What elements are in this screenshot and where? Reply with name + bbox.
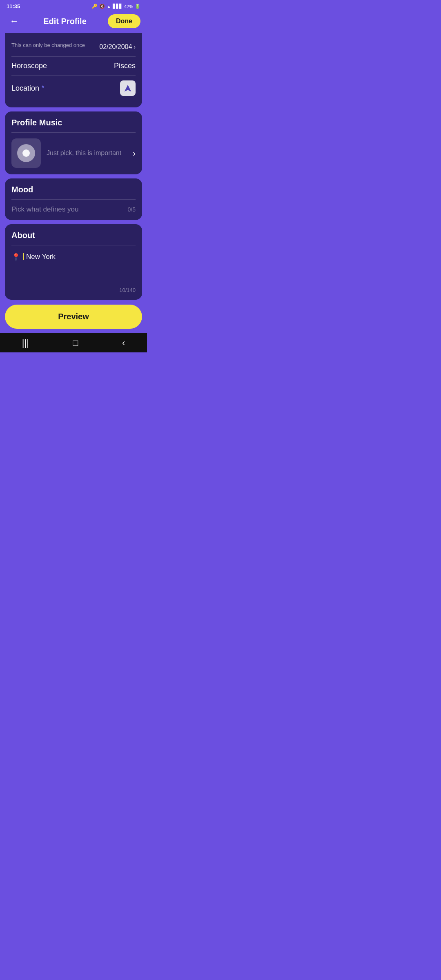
signal-icon: ▋▋▋ xyxy=(113,4,122,9)
music-divider xyxy=(11,132,136,133)
horoscope-label: Horoscope xyxy=(11,62,47,70)
profile-music-card: Profile Music Just pick, this is importa… xyxy=(5,111,142,174)
battery-percent: 42% xyxy=(124,4,133,9)
page-title: Edit Profile xyxy=(43,17,87,26)
nav-recent-apps-icon[interactable]: ||| xyxy=(22,338,29,348)
about-card: About 📍 New York 10/140 xyxy=(5,224,142,300)
mute-icon: 🔇 xyxy=(99,4,105,9)
status-bar: 11:35 🔑 🔇 ▲ ▋▋▋ 42% 🔋 xyxy=(0,0,147,11)
nav-back-icon[interactable]: ‹ xyxy=(122,338,125,348)
location-label: Location * xyxy=(11,84,44,93)
back-button[interactable]: ← xyxy=(7,14,22,28)
mood-content-row[interactable]: Pick what defines you 0/5 xyxy=(11,205,136,214)
music-thumbnail xyxy=(11,138,41,168)
location-asterisk: * xyxy=(42,85,44,92)
horoscope-row: Horoscope Pisces xyxy=(11,57,136,76)
done-button[interactable]: Done xyxy=(108,14,140,28)
birthday-date: 02/20/2004 › xyxy=(99,43,136,51)
birthday-chevron: › xyxy=(134,44,136,50)
about-char-count: 10/140 xyxy=(11,287,136,293)
key-icon: 🔑 xyxy=(92,4,98,9)
mood-placeholder-text: Pick what defines you xyxy=(11,205,78,214)
birthday-horoscope-location-card: This can only be changed once 02/20/2004… xyxy=(5,33,142,107)
location-icon-button[interactable] xyxy=(120,80,136,96)
text-cursor xyxy=(23,253,24,260)
top-nav: ← Edit Profile Done xyxy=(0,11,147,33)
location-row[interactable]: Location * xyxy=(11,76,136,101)
mood-count: 0/5 xyxy=(128,206,136,213)
nav-home-icon[interactable]: □ xyxy=(73,338,78,348)
birthday-warning: This can only be changed once xyxy=(11,42,85,51)
birthday-row[interactable]: This can only be changed once 02/20/2004… xyxy=(11,37,136,57)
mood-card: Mood Pick what defines you 0/5 xyxy=(5,178,142,220)
wifi-icon: ▲ xyxy=(107,4,111,9)
main-content: This can only be changed once 02/20/2004… xyxy=(0,33,147,300)
about-title: About xyxy=(11,231,136,240)
music-disc-outer xyxy=(17,144,35,162)
status-time: 11:35 xyxy=(7,3,20,9)
mood-divider xyxy=(11,199,136,200)
bottom-nav: ||| □ ‹ xyxy=(0,333,147,352)
battery-icon: 🔋 xyxy=(135,4,140,9)
profile-music-title: Profile Music xyxy=(11,118,136,127)
preview-button[interactable]: Preview xyxy=(5,305,142,329)
navigation-icon xyxy=(124,84,132,92)
music-placeholder-text: Just pick, this is important xyxy=(47,149,127,158)
svg-marker-0 xyxy=(125,85,131,92)
music-disc-inner xyxy=(22,149,30,157)
about-content[interactable]: 📍 New York xyxy=(11,251,136,284)
status-icons: 🔑 🔇 ▲ ▋▋▋ 42% 🔋 xyxy=(92,4,140,9)
music-selector-row[interactable]: Just pick, this is important › xyxy=(11,138,136,168)
about-text: New York xyxy=(26,253,56,261)
horoscope-value: Pisces xyxy=(114,62,136,70)
pin-emoji: 📍 xyxy=(11,253,20,262)
mood-title: Mood xyxy=(11,185,136,194)
about-divider xyxy=(11,245,136,245)
music-chevron: › xyxy=(133,149,136,158)
